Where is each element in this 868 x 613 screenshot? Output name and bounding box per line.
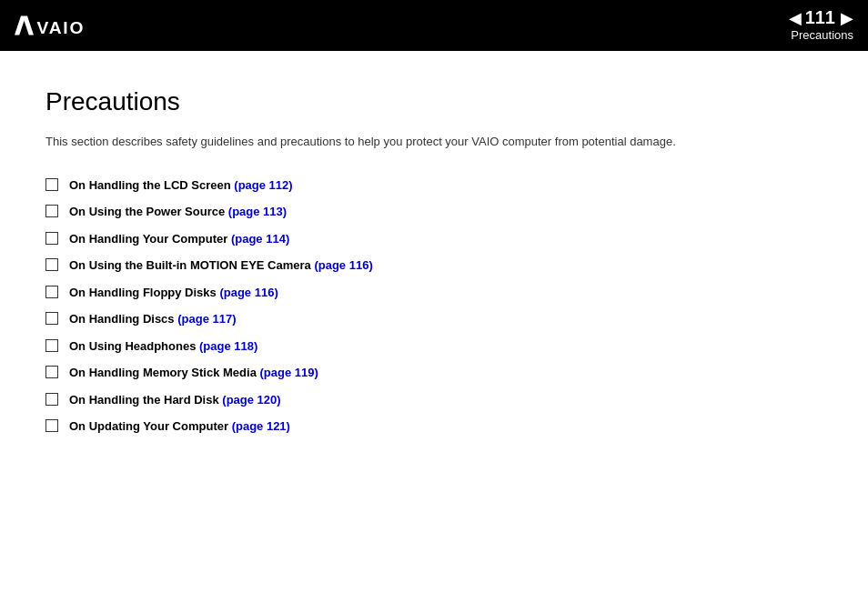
toc-item-link[interactable]: (page 118) (199, 339, 257, 353)
toc-list-item: On Handling Discs (page 117) (45, 310, 823, 328)
toc-item-label: On Using the Power Source (page 113) (69, 203, 287, 221)
toc-item-link[interactable]: (page 112) (234, 178, 292, 192)
toc-checkbox-icon (45, 232, 58, 245)
svg-text:VAIO: VAIO (37, 18, 86, 37)
main-content: Precautions This section describes safet… (0, 51, 868, 481)
toc-list-item: On Using the Built-in MOTION EYE Camera … (45, 256, 823, 275)
toc-checkbox-icon (45, 178, 58, 191)
header-right: ◀ 111 ▶ Precautions (789, 7, 853, 44)
toc-item-link[interactable]: (page 120) (222, 393, 280, 407)
toc-list-item: On Using the Power Source (page 113) (45, 203, 823, 221)
toc-item-label: On Handling Memory Stick Media (page 119… (69, 364, 318, 382)
page-description: This section describes safety guidelines… (45, 133, 823, 151)
toc-list: On Handling the LCD Screen (page 112)On … (45, 176, 823, 436)
toc-checkbox-icon (45, 312, 58, 325)
toc-item-text: On Handling Memory Stick Media (69, 366, 259, 379)
vaio-logo: VAIO (15, 13, 110, 38)
toc-list-item: On Handling Floppy Disks (page 116) (45, 284, 823, 302)
toc-checkbox-icon (45, 286, 58, 298)
toc-checkbox-icon (45, 366, 58, 378)
toc-list-item: On Handling the LCD Screen (page 112) (45, 176, 823, 195)
nav-arrow-icon: ◀ (789, 8, 802, 28)
toc-item-label: On Handling Discs (page 117) (69, 310, 237, 328)
toc-item-label: On Handling the Hard Disk (page 120) (69, 391, 281, 409)
toc-item-text: On Handling Discs (69, 312, 177, 326)
toc-item-label: On Handling Your Computer (page 114) (69, 230, 289, 248)
toc-item-link[interactable]: (page 116) (219, 286, 278, 299)
toc-checkbox-icon (45, 258, 58, 271)
toc-checkbox-icon (45, 393, 58, 406)
toc-list-item: On Handling Memory Stick Media (page 119… (45, 364, 823, 382)
section-label: Precautions (789, 28, 853, 44)
toc-item-label: On Using Headphones (page 118) (69, 337, 257, 356)
toc-item-text: On Using Headphones (69, 339, 199, 353)
toc-item-label: On Handling Floppy Disks (page 116) (69, 284, 278, 302)
toc-item-text: On Handling the Hard Disk (69, 393, 222, 407)
toc-checkbox-icon (45, 205, 58, 217)
toc-item-text: On Handling Floppy Disks (69, 286, 219, 299)
toc-item-link[interactable]: (page 114) (231, 232, 289, 246)
toc-item-text: On Handling Your Computer (69, 232, 231, 246)
toc-list-item: On Updating Your Computer (page 121) (45, 417, 823, 436)
toc-item-link[interactable]: (page 121) (232, 419, 290, 433)
toc-item-link[interactable]: (page 116) (314, 258, 372, 272)
toc-item-link[interactable]: (page 119) (259, 366, 318, 379)
toc-list-item: On Using Headphones (page 118) (45, 337, 823, 356)
toc-item-label: On Using the Built-in MOTION EYE Camera … (69, 256, 373, 275)
toc-item-text: On Using the Built-in MOTION EYE Camera (69, 258, 314, 272)
toc-item-link[interactable]: (page 113) (228, 205, 287, 218)
page-number: 111 (805, 7, 835, 28)
toc-item-text: On Updating Your Computer (69, 419, 232, 433)
toc-list-item: On Handling Your Computer (page 114) (45, 230, 823, 248)
toc-checkbox-icon (45, 419, 58, 432)
toc-list-item: On Handling the Hard Disk (page 120) (45, 391, 823, 409)
toc-item-label: On Updating Your Computer (page 121) (69, 417, 290, 436)
toc-item-link[interactable]: (page 117) (177, 312, 236, 326)
page-title: Precautions (45, 87, 823, 116)
toc-checkbox-icon (45, 339, 58, 352)
arrow-right-icon: ▶ (841, 8, 853, 28)
toc-item-text: On Using the Power Source (69, 205, 228, 218)
header: VAIO ◀ 111 ▶ Precautions (0, 0, 868, 51)
toc-item-label: On Handling the LCD Screen (page 112) (69, 176, 293, 195)
toc-item-text: On Handling the LCD Screen (69, 178, 234, 192)
